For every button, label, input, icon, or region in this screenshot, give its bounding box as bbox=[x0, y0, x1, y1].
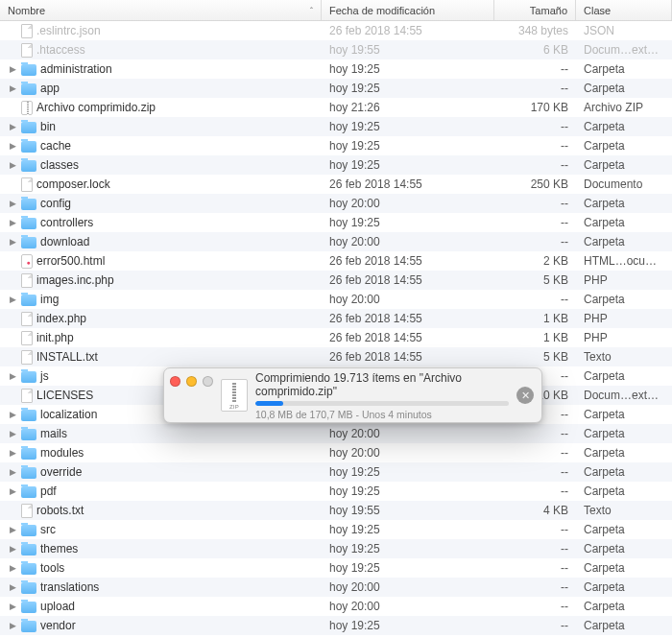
table-row[interactable]: error500.html26 feb 2018 14:552 KBHTML…o… bbox=[0, 251, 672, 271]
cell-date: hoy 19:25 bbox=[322, 216, 494, 229]
folder-icon bbox=[21, 295, 36, 306]
cell-size: 1 KB bbox=[494, 312, 576, 325]
table-row[interactable]: ▶srchoy 19:25--Carpeta bbox=[0, 520, 672, 539]
disclosure-triangle-icon[interactable]: ▶ bbox=[8, 448, 17, 458]
disclosure-triangle-icon[interactable]: ▶ bbox=[8, 525, 17, 534]
table-row[interactable]: ▶apphoy 19:25--Carpeta bbox=[0, 79, 672, 98]
cell-kind: Carpeta bbox=[576, 484, 672, 498]
table-row[interactable]: init.php26 feb 2018 14:551 KBPHP bbox=[0, 328, 672, 347]
column-date[interactable]: Fecha de modificación bbox=[322, 0, 494, 20]
table-row[interactable]: ▶classeshoy 19:25--Carpeta bbox=[0, 155, 672, 175]
table-row[interactable]: ▶administrationhoy 19:25--Carpeta bbox=[0, 59, 672, 79]
table-row[interactable]: ▶themeshoy 19:25--Carpeta bbox=[0, 539, 672, 558]
cell-size: -- bbox=[494, 465, 576, 479]
cell-size: -- bbox=[494, 82, 576, 95]
cell-size: -- bbox=[494, 139, 576, 153]
disclosure-triangle-icon[interactable]: ▶ bbox=[8, 141, 17, 151]
table-row[interactable]: ▶cachehoy 19:25--Carpeta bbox=[0, 136, 672, 155]
table-row[interactable]: ▶vendorhoy 19:25--Carpeta bbox=[0, 616, 672, 635]
cell-kind: Carpeta bbox=[576, 600, 672, 613]
disclosure-triangle-icon[interactable]: ▶ bbox=[8, 160, 17, 170]
disclosure-triangle-icon[interactable]: ▶ bbox=[8, 64, 17, 74]
cell-name: ▶pdf bbox=[0, 484, 322, 498]
cell-kind: HTML…ocument bbox=[576, 254, 672, 268]
file-name: translations bbox=[40, 580, 99, 594]
table-row[interactable]: ▶overridehoy 19:25--Carpeta bbox=[0, 462, 672, 482]
cell-date: hoy 20:00 bbox=[322, 235, 494, 248]
column-header: Nombre ˆ Fecha de modificación Tamaño Cl… bbox=[0, 0, 672, 21]
table-row[interactable]: ▶moduleshoy 20:00--Carpeta bbox=[0, 443, 672, 462]
cell-name: ▶mails bbox=[0, 427, 322, 440]
table-row[interactable]: composer.lock26 feb 2018 14:55250 KBDocu… bbox=[0, 175, 672, 194]
disclosure-triangle-icon[interactable]: ▶ bbox=[8, 582, 17, 592]
table-row[interactable]: ▶controllershoy 19:25--Carpeta bbox=[0, 213, 672, 232]
disclosure-triangle-icon[interactable]: ▶ bbox=[8, 429, 17, 438]
close-window-button[interactable] bbox=[170, 376, 180, 387]
cell-kind: Carpeta bbox=[576, 427, 672, 440]
cell-date: 26 feb 2018 14:55 bbox=[322, 177, 494, 191]
table-row[interactable]: Archivo comprimido.ziphoy 21:26170 KBArc… bbox=[0, 98, 672, 117]
cell-name: ▶classes bbox=[0, 158, 322, 172]
table-row[interactable]: ▶translationshoy 20:00--Carpeta bbox=[0, 578, 672, 597]
minimize-window-button[interactable] bbox=[186, 376, 197, 387]
progress-bar bbox=[255, 401, 509, 406]
file-name: error500.html bbox=[36, 254, 105, 268]
table-row[interactable]: images.inc.php26 feb 2018 14:555 KBPHP bbox=[0, 271, 672, 290]
folder-icon bbox=[21, 410, 36, 421]
file-icon bbox=[21, 312, 33, 326]
disclosure-triangle-icon[interactable]: ▶ bbox=[8, 371, 17, 381]
cell-date: hoy 19:25 bbox=[322, 62, 494, 76]
disclosure-triangle-icon[interactable]: ▶ bbox=[8, 218, 17, 227]
disclosure-triangle-icon[interactable]: ▶ bbox=[8, 237, 17, 247]
table-row[interactable]: index.php26 feb 2018 14:551 KBPHP bbox=[0, 309, 672, 328]
table-row[interactable]: ▶pdfhoy 19:25--Carpeta bbox=[0, 482, 672, 501]
cell-name: ▶app bbox=[0, 82, 322, 95]
disclosure-triangle-icon[interactable]: ▶ bbox=[8, 83, 17, 93]
cell-size: -- bbox=[494, 561, 576, 575]
table-row[interactable]: ▶binhoy 19:25--Carpeta bbox=[0, 117, 672, 136]
zip-icon bbox=[221, 379, 248, 412]
disclosure-triangle-icon[interactable]: ▶ bbox=[8, 544, 17, 554]
disclosure-triangle-icon[interactable]: ▶ bbox=[8, 467, 17, 477]
cell-date: hoy 19:25 bbox=[322, 465, 494, 479]
table-row[interactable]: robots.txthoy 19:554 KBTexto bbox=[0, 501, 672, 520]
file-name: Archivo comprimido.zip bbox=[36, 101, 156, 114]
column-size[interactable]: Tamaño bbox=[494, 0, 576, 20]
file-name: index.php bbox=[36, 312, 86, 325]
file-icon bbox=[21, 43, 33, 58]
cell-size: -- bbox=[494, 216, 576, 229]
table-row[interactable]: INSTALL.txt26 feb 2018 14:555 KBTexto bbox=[0, 347, 672, 366]
column-kind[interactable]: Clase bbox=[576, 0, 672, 20]
table-row[interactable]: .eslintrc.json26 feb 2018 14:55348 bytes… bbox=[0, 21, 672, 40]
table-row[interactable]: ▶toolshoy 19:25--Carpeta bbox=[0, 558, 672, 578]
cancel-button[interactable]: ✕ bbox=[516, 387, 534, 404]
disclosure-triangle-icon[interactable]: ▶ bbox=[8, 410, 17, 419]
cell-size: -- bbox=[494, 446, 576, 460]
table-row[interactable]: ▶imghoy 20:00--Carpeta bbox=[0, 290, 672, 309]
disclosure-triangle-icon[interactable]: ▶ bbox=[8, 602, 17, 611]
file-name: administration bbox=[40, 62, 112, 76]
disclosure-triangle-icon[interactable]: ▶ bbox=[8, 295, 17, 304]
cell-size: 1 KB bbox=[494, 331, 576, 344]
disclosure-triangle-icon[interactable]: ▶ bbox=[8, 621, 17, 630]
file-list: .eslintrc.json26 feb 2018 14:55348 bytes… bbox=[0, 21, 672, 638]
disclosure-triangle-icon[interactable]: ▶ bbox=[8, 199, 17, 208]
cell-name: INSTALL.txt bbox=[0, 350, 322, 365]
table-row[interactable]: ▶confighoy 20:00--Carpeta bbox=[0, 194, 672, 213]
file-icon bbox=[21, 350, 33, 365]
disclosure-triangle-icon[interactable]: ▶ bbox=[8, 563, 17, 573]
disclosure-triangle-icon[interactable]: ▶ bbox=[8, 486, 17, 496]
disclosure-triangle-icon[interactable]: ▶ bbox=[8, 122, 17, 131]
file-name: localization bbox=[40, 408, 97, 421]
file-name: .htaccess bbox=[36, 43, 85, 57]
cell-name: ▶src bbox=[0, 523, 322, 536]
cell-kind: Carpeta bbox=[576, 82, 672, 95]
table-row[interactable]: ▶mailshoy 20:00--Carpeta bbox=[0, 424, 672, 443]
table-row[interactable]: ▶downloadhoy 20:00--Carpeta bbox=[0, 232, 672, 251]
folder-icon bbox=[21, 199, 36, 210]
cell-name: images.inc.php bbox=[0, 273, 322, 288]
table-row[interactable]: ▶uploadhoy 20:00--Carpeta bbox=[0, 597, 672, 616]
column-name[interactable]: Nombre ˆ bbox=[0, 0, 322, 20]
table-row[interactable]: .htaccesshoy 19:556 KBDocum…extEdit bbox=[0, 40, 672, 59]
file-name: pdf bbox=[40, 484, 57, 498]
